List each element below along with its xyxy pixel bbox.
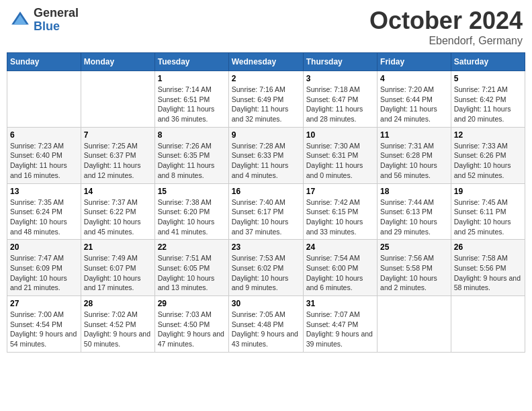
- calendar-cell: 25Sunrise: 7:56 AM Sunset: 5:58 PM Dayli…: [378, 240, 451, 296]
- calendar-cell: 22Sunrise: 7:51 AM Sunset: 6:05 PM Dayli…: [154, 240, 228, 296]
- day-number: 30: [232, 299, 300, 308]
- page-header: General Blue October 2024 Ebendorf, Germ…: [7, 7, 525, 47]
- day-info: Sunrise: 7:38 AM Sunset: 6:20 PM Dayligh…: [158, 197, 226, 237]
- day-info: Sunrise: 7:16 AM Sunset: 6:49 PM Dayligh…: [232, 85, 300, 124]
- calendar-cell: [7, 71, 81, 128]
- day-info: Sunrise: 7:31 AM Sunset: 6:28 PM Dayligh…: [380, 141, 448, 181]
- day-number: 10: [306, 130, 374, 140]
- calendar-cell: 23Sunrise: 7:53 AM Sunset: 6:02 PM Dayli…: [228, 240, 303, 296]
- day-info: Sunrise: 7:53 AM Sunset: 6:02 PM Dayligh…: [232, 253, 300, 293]
- day-info: Sunrise: 7:03 AM Sunset: 4:50 PM Dayligh…: [158, 310, 226, 349]
- calendar-cell: 24Sunrise: 7:54 AM Sunset: 6:00 PM Dayli…: [303, 240, 377, 296]
- calendar-week-row: 6Sunrise: 7:23 AM Sunset: 6:40 PM Daylig…: [7, 127, 525, 183]
- day-number: 1: [158, 74, 226, 83]
- weekday-header: Thursday: [303, 53, 377, 71]
- weekday-header: Friday: [378, 53, 451, 71]
- day-info: Sunrise: 7:54 AM Sunset: 6:00 PM Dayligh…: [306, 253, 374, 293]
- calendar-week-row: 1Sunrise: 7:14 AM Sunset: 6:51 PM Daylig…: [7, 71, 525, 128]
- day-number: 9: [232, 130, 300, 140]
- day-number: 18: [380, 187, 448, 196]
- day-number: 24: [306, 242, 374, 252]
- weekday-header: Saturday: [451, 53, 525, 71]
- day-info: Sunrise: 7:40 AM Sunset: 6:17 PM Dayligh…: [232, 197, 300, 237]
- calendar-cell: 20Sunrise: 7:47 AM Sunset: 6:09 PM Dayli…: [7, 240, 81, 296]
- day-number: 17: [306, 187, 374, 196]
- day-info: Sunrise: 7:49 AM Sunset: 6:07 PM Dayligh…: [84, 253, 152, 293]
- calendar-cell: 18Sunrise: 7:44 AM Sunset: 6:13 PM Dayli…: [378, 183, 451, 240]
- calendar-cell: 3Sunrise: 7:18 AM Sunset: 6:47 PM Daylig…: [303, 71, 377, 128]
- day-info: Sunrise: 7:00 AM Sunset: 4:54 PM Dayligh…: [10, 310, 78, 349]
- weekday-header: Sunday: [7, 53, 81, 71]
- day-info: Sunrise: 7:37 AM Sunset: 6:22 PM Dayligh…: [84, 197, 152, 237]
- day-info: Sunrise: 7:51 AM Sunset: 6:05 PM Dayligh…: [158, 253, 226, 293]
- day-number: 20: [10, 242, 78, 252]
- calendar-week-row: 27Sunrise: 7:00 AM Sunset: 4:54 PM Dayli…: [7, 296, 525, 353]
- day-number: 13: [10, 187, 78, 196]
- day-number: 4: [380, 74, 448, 83]
- day-number: 6: [10, 130, 78, 140]
- calendar-header-row: SundayMondayTuesdayWednesdayThursdayFrid…: [7, 53, 525, 71]
- day-number: 2: [232, 74, 300, 83]
- calendar-table: SundayMondayTuesdayWednesdayThursdayFrid…: [7, 52, 525, 353]
- day-info: Sunrise: 7:23 AM Sunset: 6:40 PM Dayligh…: [10, 141, 78, 181]
- calendar-cell: 10Sunrise: 7:30 AM Sunset: 6:31 PM Dayli…: [303, 127, 377, 183]
- day-number: 22: [158, 242, 226, 252]
- calendar-cell: 21Sunrise: 7:49 AM Sunset: 6:07 PM Dayli…: [81, 240, 154, 296]
- calendar-cell: 11Sunrise: 7:31 AM Sunset: 6:28 PM Dayli…: [378, 127, 451, 183]
- calendar-cell: 17Sunrise: 7:42 AM Sunset: 6:15 PM Dayli…: [303, 183, 377, 240]
- day-info: Sunrise: 7:28 AM Sunset: 6:33 PM Dayligh…: [232, 141, 300, 181]
- calendar-cell: [81, 71, 154, 128]
- calendar-cell: 12Sunrise: 7:33 AM Sunset: 6:26 PM Dayli…: [451, 127, 525, 183]
- day-info: Sunrise: 7:18 AM Sunset: 6:47 PM Dayligh…: [306, 85, 374, 124]
- calendar-cell: 2Sunrise: 7:16 AM Sunset: 6:49 PM Daylig…: [228, 71, 303, 128]
- day-number: 7: [84, 130, 152, 140]
- day-number: 15: [158, 187, 226, 196]
- day-info: Sunrise: 7:47 AM Sunset: 6:09 PM Dayligh…: [10, 253, 78, 293]
- day-number: 29: [158, 299, 226, 308]
- calendar-cell: 8Sunrise: 7:26 AM Sunset: 6:35 PM Daylig…: [154, 127, 228, 183]
- calendar-cell: 4Sunrise: 7:20 AM Sunset: 6:44 PM Daylig…: [378, 71, 451, 128]
- location: Ebendorf, Germany: [369, 35, 523, 47]
- logo: General Blue: [9, 7, 79, 34]
- calendar-cell: 27Sunrise: 7:00 AM Sunset: 4:54 PM Dayli…: [7, 296, 81, 353]
- logo-icon: [9, 9, 31, 31]
- logo-blue: Blue: [34, 20, 79, 34]
- weekday-header: Wednesday: [228, 53, 303, 71]
- day-info: Sunrise: 7:45 AM Sunset: 6:11 PM Dayligh…: [454, 197, 522, 237]
- calendar-cell: 30Sunrise: 7:05 AM Sunset: 4:48 PM Dayli…: [228, 296, 303, 353]
- day-number: 14: [84, 187, 152, 196]
- calendar-cell: 31Sunrise: 7:07 AM Sunset: 4:47 PM Dayli…: [303, 296, 377, 353]
- day-info: Sunrise: 7:42 AM Sunset: 6:15 PM Dayligh…: [306, 197, 374, 237]
- weekday-header: Monday: [81, 53, 154, 71]
- day-info: Sunrise: 7:02 AM Sunset: 4:52 PM Dayligh…: [84, 310, 152, 349]
- day-number: 3: [306, 74, 374, 83]
- day-info: Sunrise: 7:30 AM Sunset: 6:31 PM Dayligh…: [306, 141, 374, 181]
- calendar-cell: [451, 296, 525, 353]
- calendar-cell: 6Sunrise: 7:23 AM Sunset: 6:40 PM Daylig…: [7, 127, 81, 183]
- calendar-cell: 15Sunrise: 7:38 AM Sunset: 6:20 PM Dayli…: [154, 183, 228, 240]
- logo-general: General: [34, 7, 79, 20]
- day-info: Sunrise: 7:35 AM Sunset: 6:24 PM Dayligh…: [10, 197, 78, 237]
- title-area: October 2024 Ebendorf, Germany: [369, 7, 523, 47]
- day-number: 28: [84, 299, 152, 308]
- day-info: Sunrise: 7:07 AM Sunset: 4:47 PM Dayligh…: [306, 310, 374, 349]
- day-number: 25: [380, 242, 448, 252]
- calendar-cell: 28Sunrise: 7:02 AM Sunset: 4:52 PM Dayli…: [81, 296, 154, 353]
- day-info: Sunrise: 7:26 AM Sunset: 6:35 PM Dayligh…: [158, 141, 226, 181]
- logo-text: General Blue: [34, 7, 79, 34]
- day-info: Sunrise: 7:58 AM Sunset: 5:56 PM Dayligh…: [454, 253, 522, 293]
- day-info: Sunrise: 7:33 AM Sunset: 6:26 PM Dayligh…: [454, 141, 522, 181]
- calendar-cell: [378, 296, 451, 353]
- calendar-cell: 29Sunrise: 7:03 AM Sunset: 4:50 PM Dayli…: [154, 296, 228, 353]
- weekday-header: Tuesday: [154, 53, 228, 71]
- calendar-cell: 1Sunrise: 7:14 AM Sunset: 6:51 PM Daylig…: [154, 71, 228, 128]
- day-number: 23: [232, 242, 300, 252]
- day-info: Sunrise: 7:44 AM Sunset: 6:13 PM Dayligh…: [380, 197, 448, 237]
- day-number: 8: [158, 130, 226, 140]
- month-title: October 2024: [369, 7, 523, 35]
- calendar-cell: 9Sunrise: 7:28 AM Sunset: 6:33 PM Daylig…: [228, 127, 303, 183]
- day-number: 19: [454, 187, 522, 196]
- calendar-cell: 16Sunrise: 7:40 AM Sunset: 6:17 PM Dayli…: [228, 183, 303, 240]
- day-number: 21: [84, 242, 152, 252]
- calendar-cell: 26Sunrise: 7:58 AM Sunset: 5:56 PM Dayli…: [451, 240, 525, 296]
